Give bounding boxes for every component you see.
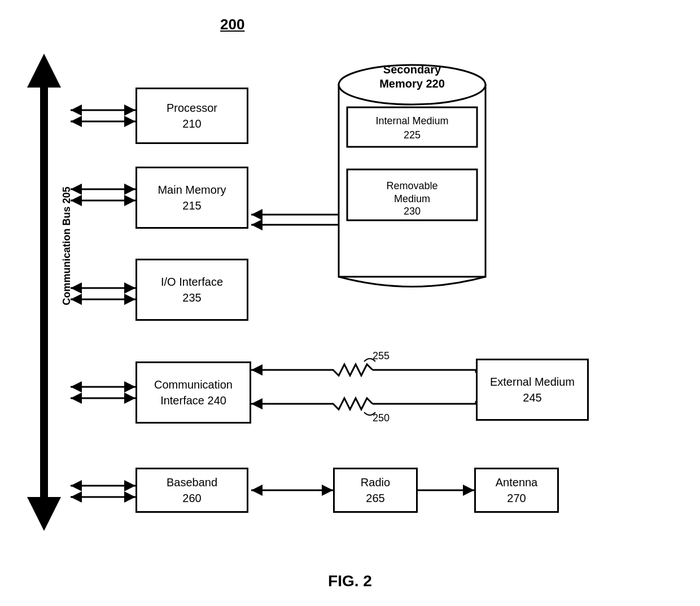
external-medium-number: 245	[523, 390, 541, 406]
svg-text:230: 230	[404, 206, 421, 217]
main-memory-number: 215	[182, 198, 201, 213]
svg-text:Secondary: Secondary	[383, 63, 441, 76]
baseband-number: 260	[182, 490, 201, 506]
external-medium-label: External Medium	[490, 374, 575, 390]
svg-marker-41	[322, 485, 333, 496]
svg-marker-1	[27, 54, 61, 88]
svg-marker-40	[251, 485, 262, 496]
svg-text:Removable: Removable	[386, 180, 438, 191]
svg-marker-34	[251, 209, 262, 220]
svg-marker-25	[71, 393, 82, 404]
svg-text:Memory 220: Memory 220	[379, 77, 445, 90]
svg-rect-54	[347, 107, 477, 147]
diagram-title: 200	[220, 16, 244, 33]
label-250: 250	[373, 412, 390, 424]
antenna-label: Antenna	[496, 474, 538, 490]
radio-box: Radio 265	[333, 468, 418, 513]
fig-label: FIG. 2	[328, 572, 372, 590]
svg-text:Internal Medium: Internal Medium	[375, 115, 448, 127]
svg-marker-28	[71, 480, 82, 491]
svg-marker-20	[124, 294, 135, 305]
comm-interface-box: Communication Interface 240	[135, 361, 251, 424]
svg-marker-22	[71, 381, 82, 393]
comm-interface-label2: Interface 240	[160, 393, 226, 408]
processor-label: Processor	[167, 100, 217, 116]
svg-marker-31	[71, 491, 82, 503]
svg-text:225: 225	[404, 129, 421, 141]
processor-number: 210	[182, 116, 201, 132]
antenna-box: Antenna 270	[474, 468, 559, 513]
svg-marker-2	[27, 497, 61, 531]
svg-marker-29	[124, 480, 135, 491]
svg-marker-43	[463, 485, 474, 496]
label-255: 255	[373, 350, 390, 362]
external-medium-box: External Medium 245	[476, 359, 589, 421]
diagram: 200	[0, 0, 700, 606]
io-interface-box: I/O Interface 235	[135, 259, 248, 321]
radio-number: 265	[366, 490, 384, 506]
comm-bus-label: Communication Bus 205	[61, 193, 73, 306]
svg-marker-17	[124, 282, 135, 294]
baseband-label: Baseband	[167, 474, 217, 490]
svg-marker-37	[251, 219, 262, 230]
svg-marker-14	[124, 195, 135, 206]
svg-marker-49	[251, 398, 262, 409]
io-interface-label: I/O Interface	[161, 274, 223, 290]
secondary-memory-cylinder: Secondary Memory 220 Internal Medium 225…	[333, 56, 491, 294]
main-memory-label: Main Memory	[158, 182, 226, 198]
svg-marker-8	[124, 116, 135, 127]
svg-marker-4	[71, 104, 82, 116]
processor-box: Processor 210	[135, 88, 248, 144]
svg-marker-46	[251, 364, 262, 376]
svg-text:Medium: Medium	[394, 193, 430, 204]
radio-label: Radio	[361, 474, 390, 490]
svg-marker-11	[124, 184, 135, 195]
svg-marker-5	[124, 104, 135, 116]
svg-marker-26	[124, 393, 135, 404]
main-memory-box: Main Memory 215	[135, 167, 248, 229]
svg-marker-23	[124, 381, 135, 393]
baseband-box: Baseband 260	[135, 468, 248, 513]
svg-marker-32	[124, 491, 135, 503]
antenna-number: 270	[507, 490, 526, 506]
comm-interface-label: Communication	[154, 377, 233, 393]
svg-marker-7	[71, 116, 82, 127]
io-interface-number: 235	[182, 290, 201, 306]
